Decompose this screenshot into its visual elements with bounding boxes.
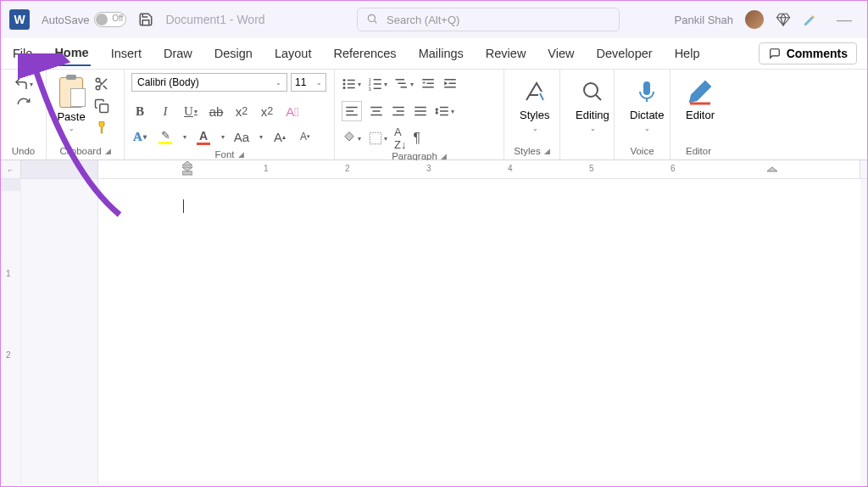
tab-mailings[interactable]: Mailings — [417, 42, 465, 65]
svg-rect-39 — [392, 115, 404, 116]
user-avatar[interactable] — [745, 10, 764, 29]
ribbon: ▾ Undo Paste ⌄ Clipboard◢ Cali — [1, 69, 867, 160]
svg-line-6 — [99, 81, 102, 84]
paste-button[interactable]: Paste ⌄ — [53, 73, 89, 134]
svg-rect-25 — [422, 87, 434, 88]
indent-marker[interactable] — [182, 161, 192, 178]
save-icon[interactable] — [138, 12, 153, 27]
format-painter-icon[interactable] — [94, 120, 109, 136]
tab-draw[interactable]: Draw — [162, 42, 194, 65]
undo-group-label: Undo — [8, 144, 39, 158]
svg-marker-52 — [182, 161, 192, 165]
borders-icon[interactable]: ▾ — [368, 131, 387, 146]
ribbon-tabs: File Home Insert Draw Design Layout Refe… — [1, 38, 867, 69]
diamond-icon[interactable] — [776, 12, 791, 27]
right-indent-marker[interactable] — [767, 161, 777, 178]
autosave-label: AutoSave — [42, 14, 89, 26]
tab-review[interactable]: Review — [484, 42, 528, 65]
svg-rect-33 — [346, 115, 358, 116]
clipboard-dialog-launcher[interactable]: ◢ — [105, 147, 111, 155]
superscript-button[interactable]: x2 — [259, 104, 275, 119]
align-left-icon[interactable] — [342, 101, 362, 121]
shading-icon[interactable]: ▾ — [342, 131, 361, 146]
svg-rect-11 — [348, 83, 355, 85]
underline-button[interactable]: U▾ — [182, 104, 199, 119]
tab-view[interactable]: View — [546, 42, 576, 65]
tab-design[interactable]: Design — [213, 42, 254, 65]
font-name-select[interactable]: Calibri (Body)⌄ — [131, 73, 287, 92]
editing-button[interactable]: Editing ⌄ — [567, 73, 618, 137]
bullets-icon[interactable]: ▾ — [342, 76, 361, 92]
svg-line-5 — [103, 86, 107, 89]
pen-icon[interactable] — [803, 12, 818, 27]
text-effects-button[interactable]: A▾ — [131, 130, 148, 144]
editor-button[interactable]: Editor — [677, 73, 723, 126]
comments-button[interactable]: Comments — [759, 42, 857, 64]
font-dialog-launcher[interactable]: ◢ — [238, 150, 244, 159]
document-area: 1 2 — [1, 179, 867, 484]
line-spacing-icon[interactable]: ▾ — [435, 104, 454, 119]
redo-icon[interactable] — [16, 97, 31, 112]
italic-button[interactable]: I — [157, 104, 174, 119]
svg-rect-54 — [182, 171, 192, 175]
paragraph-dialog-launcher[interactable]: ◢ — [441, 152, 447, 160]
undo-icon[interactable]: ▾ — [14, 76, 33, 92]
svg-rect-23 — [422, 79, 434, 81]
clear-formatting-icon[interactable]: A⃠ — [284, 104, 301, 119]
bold-button[interactable]: B — [131, 104, 148, 119]
strikethrough-button[interactable]: ab — [208, 104, 225, 119]
svg-rect-32 — [346, 110, 353, 112]
justify-icon[interactable] — [413, 104, 428, 119]
svg-text:3: 3 — [369, 87, 371, 92]
grow-font-icon[interactable]: A▴ — [271, 130, 288, 144]
word-app-icon: W — [9, 9, 30, 30]
tab-layout[interactable]: Layout — [273, 42, 314, 65]
svg-rect-7 — [100, 104, 108, 113]
svg-marker-55 — [767, 167, 777, 171]
tab-insert[interactable]: Insert — [109, 42, 143, 65]
tab-references[interactable]: References — [331, 42, 398, 65]
user-name[interactable]: Pankil Shah — [675, 14, 733, 26]
ruler-corner: ⌐ — [1, 160, 21, 178]
tab-developer[interactable]: Developer — [595, 42, 654, 65]
numbering-icon[interactable]: 123▾ — [368, 76, 387, 92]
tab-file[interactable]: File — [11, 42, 34, 65]
align-right-icon[interactable] — [391, 104, 406, 119]
cut-icon[interactable] — [94, 76, 109, 92]
autosave-toggle[interactable]: AutoSave Off — [42, 12, 126, 27]
svg-marker-53 — [182, 167, 192, 171]
increase-indent-icon[interactable] — [442, 76, 458, 92]
svg-rect-29 — [444, 87, 456, 88]
document-page[interactable] — [97, 179, 860, 484]
styles-button[interactable]: Styles ⌄ — [511, 73, 558, 137]
svg-line-1 — [375, 20, 377, 23]
microphone-icon — [633, 78, 660, 105]
change-case-button[interactable]: Aa — [233, 130, 250, 144]
shrink-font-icon[interactable]: A▾ — [297, 131, 314, 143]
highlight-button[interactable]: ✎ — [157, 129, 174, 144]
styles-dialog-launcher[interactable]: ◢ — [544, 147, 550, 155]
vertical-ruler[interactable]: 1 2 — [1, 179, 21, 484]
styles-icon — [521, 78, 548, 105]
minimize-button[interactable]: — — [830, 11, 859, 29]
search-box[interactable]: Search (Alt+Q) — [357, 8, 620, 31]
align-center-icon[interactable] — [369, 104, 384, 119]
svg-point-48 — [584, 83, 598, 97]
svg-rect-46 — [370, 132, 381, 144]
show-marks-icon[interactable]: ¶ — [413, 131, 420, 146]
dictate-button[interactable]: Dictate ⌄ — [621, 73, 672, 137]
tab-help[interactable]: Help — [673, 42, 702, 65]
subscript-button[interactable]: x2 — [233, 104, 250, 119]
multilevel-list-icon[interactable]: ▾ — [394, 76, 414, 92]
font-size-select[interactable]: 11⌄ — [291, 73, 326, 92]
toggle-switch[interactable]: Off — [94, 12, 126, 27]
decrease-indent-icon[interactable] — [420, 76, 436, 92]
svg-rect-9 — [348, 80, 355, 81]
svg-line-49 — [596, 95, 601, 100]
horizontal-ruler[interactable]: ⌐ 1 2 3 4 5 6 — [1, 160, 867, 179]
svg-point-10 — [343, 83, 346, 86]
copy-icon[interactable] — [94, 98, 109, 114]
tab-home[interactable]: Home — [53, 41, 90, 66]
font-color-button[interactable]: A — [195, 129, 212, 145]
sort-icon[interactable]: AZ↓ — [394, 126, 406, 151]
